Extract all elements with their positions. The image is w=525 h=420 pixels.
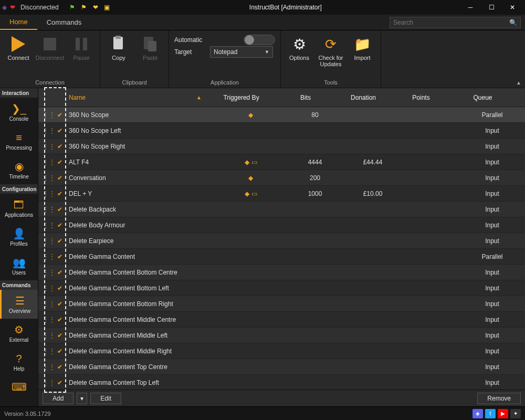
enabled-check-icon[interactable]: ✔ — [57, 316, 62, 323]
import-button[interactable]: 📁 Import — [347, 33, 377, 63]
sidebar-item-applications[interactable]: 🗔 Applications — [0, 194, 38, 223]
enabled-check-icon[interactable]: ✔ — [57, 285, 62, 292]
enabled-check-icon[interactable]: ✔ — [57, 332, 62, 339]
flag-yellow-icon[interactable]: ⚑ — [80, 3, 88, 12]
youtube-icon[interactable]: ▶ — [498, 409, 508, 418]
sidebar-item-users[interactable]: 👥 Users — [0, 251, 38, 280]
table-body[interactable]: ⋮⋮✔360 No Scope◆80Parallel⋮⋮✔360 No Scop… — [38, 107, 525, 390]
misc-icon[interactable]: ✦ — [510, 409, 521, 418]
sidebar-item-help[interactable]: ? Help — [0, 348, 38, 376]
enabled-check-icon[interactable]: ✔ — [57, 363, 62, 371]
enabled-check-icon[interactable]: ✔ — [57, 111, 62, 119]
table-row[interactable]: ⋮⋮✔Delete Gamma Content Bottom LeftInput — [38, 280, 525, 296]
enabled-check-icon[interactable]: ✔ — [57, 174, 62, 182]
table-row[interactable]: ⋮⋮✔360 No Scope LeftInput — [38, 123, 525, 139]
table-row[interactable]: ⋮⋮✔Delete Gamma Content Middle CentreInp… — [38, 312, 525, 328]
table-row[interactable]: ⋮⋮✔Conversation◆200Input — [38, 170, 525, 186]
sidebar-item-timeline[interactable]: ◉ Timeline — [0, 155, 38, 184]
search-icon[interactable]: 🔍 — [509, 19, 517, 26]
drag-handle-icon[interactable]: ⋮⋮ — [43, 253, 55, 260]
heart2-icon[interactable]: ❤ — [91, 3, 100, 12]
drag-handle-icon[interactable]: ⋮⋮ — [43, 143, 55, 150]
table-row[interactable]: ⋮⋮✔Delete BackpackInput — [38, 202, 525, 217]
enabled-check-icon[interactable]: ✔ — [57, 300, 62, 308]
col-points[interactable]: Points — [392, 94, 450, 101]
drag-handle-icon[interactable]: ⋮⋮ — [43, 363, 55, 371]
sidebar-item-console[interactable]: ❯_ Console — [0, 98, 38, 127]
sidebar-item-external[interactable]: ⚙ External — [0, 319, 38, 348]
tab-home[interactable]: Home — [0, 15, 37, 30]
table-row[interactable]: ⋮⋮✔Delete Gamma Content Top CentreInput — [38, 359, 525, 375]
connect-button[interactable]: Connect — [3, 33, 34, 63]
table-row[interactable]: ⋮⋮✔Delete Gamma Content Top LeftInput — [38, 375, 525, 390]
ribbon-collapse-button[interactable]: ▲ — [512, 30, 525, 88]
drag-handle-icon[interactable]: ⋮⋮ — [43, 174, 55, 182]
table-row[interactable]: ⋮⋮✔Delete EarpieceInput — [38, 233, 525, 249]
flag-green-icon[interactable]: ⚑ — [68, 3, 77, 12]
drag-handle-icon[interactable]: ⋮⋮ — [43, 237, 55, 245]
table-row[interactable]: ⋮⋮✔Delete Gamma Content Bottom RightInpu… — [38, 296, 525, 312]
edit-button[interactable]: Edit — [90, 393, 121, 404]
search-box[interactable]: 🔍 — [390, 17, 521, 28]
table-row[interactable]: ⋮⋮✔Delete Gamma Content Bottom CentreInp… — [38, 265, 525, 280]
copy-button[interactable]: Copy — [103, 33, 134, 63]
enabled-check-icon[interactable]: ✔ — [57, 269, 62, 276]
col-queue[interactable]: Queue — [450, 94, 516, 101]
col-triggered[interactable]: Triggered By — [206, 94, 277, 101]
drag-handle-icon[interactable]: ⋮⋮ — [43, 332, 55, 339]
table-row[interactable]: ⋮⋮✔Delete Body ArmourInput — [38, 217, 525, 233]
enabled-check-icon[interactable]: ✔ — [57, 253, 62, 260]
enabled-check-icon[interactable]: ✔ — [57, 237, 62, 245]
minimize-button[interactable]: ─ — [460, 0, 481, 15]
discord-icon[interactable]: ◈ — [472, 409, 483, 418]
enabled-check-icon[interactable]: ✔ — [57, 348, 62, 355]
drag-handle-icon[interactable]: ⋮⋮ — [43, 111, 55, 119]
table-row[interactable]: ⋮⋮✔360 No Scope◆80Parallel — [38, 107, 525, 123]
table-row[interactable]: ⋮⋮✔Delete Gamma ContentParallel — [38, 249, 525, 265]
tab-commands[interactable]: Commands — [37, 15, 91, 30]
drag-handle-icon[interactable]: ⋮⋮ — [43, 348, 55, 355]
table-row[interactable]: ⋮⋮✔DEL + Y◆▭1000£10.00Input — [38, 186, 525, 202]
sidebar-item-processing[interactable]: ≡ Processing — [0, 127, 38, 155]
search-input[interactable] — [393, 19, 509, 26]
col-donation[interactable]: Donation — [334, 94, 392, 101]
table-row[interactable]: ⋮⋮✔360 No Scope RightInput — [38, 139, 525, 154]
enabled-check-icon[interactable]: ✔ — [57, 206, 62, 213]
enabled-check-icon[interactable]: ✔ — [57, 159, 62, 166]
sidebar-item-profiles[interactable]: 👤 Profiles — [0, 223, 38, 251]
table-row[interactable]: ⋮⋮✔ALT F4◆▭4444£44.44Input — [38, 154, 525, 170]
enabled-check-icon[interactable]: ✔ — [57, 379, 62, 386]
row-queue: Input — [459, 316, 525, 323]
options-button[interactable]: ⚙ Options — [284, 33, 314, 63]
add-button[interactable]: Add — [43, 393, 74, 404]
drag-handle-icon[interactable]: ⋮⋮ — [43, 222, 55, 229]
drag-handle-icon[interactable]: ⋮⋮ — [43, 127, 55, 134]
note-icon[interactable]: ▣ — [103, 3, 111, 12]
drag-handle-icon[interactable]: ⋮⋮ — [43, 316, 55, 323]
sidebar-item-more[interactable]: ⌨ — [0, 376, 38, 397]
enabled-check-icon[interactable]: ✔ — [57, 127, 62, 134]
twitter-icon[interactable]: t — [485, 409, 496, 418]
drag-handle-icon[interactable]: ⋮⋮ — [43, 300, 55, 308]
enabled-check-icon[interactable]: ✔ — [57, 222, 62, 229]
col-bits[interactable]: Bits — [277, 94, 334, 101]
enabled-check-icon[interactable]: ✔ — [57, 190, 62, 197]
close-button[interactable]: ✕ — [502, 0, 523, 15]
col-name[interactable]: Name ▲ — [65, 94, 206, 101]
sidebar-item-overview[interactable]: ☰ Overview — [0, 290, 38, 319]
drag-handle-icon[interactable]: ⋮⋮ — [43, 159, 55, 166]
enabled-check-icon[interactable]: ✔ — [57, 143, 62, 150]
target-dropdown[interactable]: Notepad ▼ — [210, 46, 273, 58]
drag-handle-icon[interactable]: ⋮⋮ — [43, 190, 55, 197]
drag-handle-icon[interactable]: ⋮⋮ — [43, 379, 55, 386]
remove-button[interactable]: Remove — [477, 393, 521, 404]
add-split-button[interactable]: ▾ — [77, 393, 87, 404]
drag-handle-icon[interactable]: ⋮⋮ — [43, 285, 55, 292]
maximize-button[interactable]: ☐ — [481, 0, 502, 15]
table-row[interactable]: ⋮⋮✔Delete Gamma Content Middle RightInpu… — [38, 343, 525, 359]
table-row[interactable]: ⋮⋮✔Delete Gamma Content Middle LeftInput — [38, 328, 525, 343]
check-updates-button[interactable]: ⟳ Check for Updates — [316, 33, 346, 69]
automatic-toggle[interactable] — [244, 35, 275, 45]
drag-handle-icon[interactable]: ⋮⋮ — [43, 206, 55, 213]
drag-handle-icon[interactable]: ⋮⋮ — [43, 269, 55, 276]
